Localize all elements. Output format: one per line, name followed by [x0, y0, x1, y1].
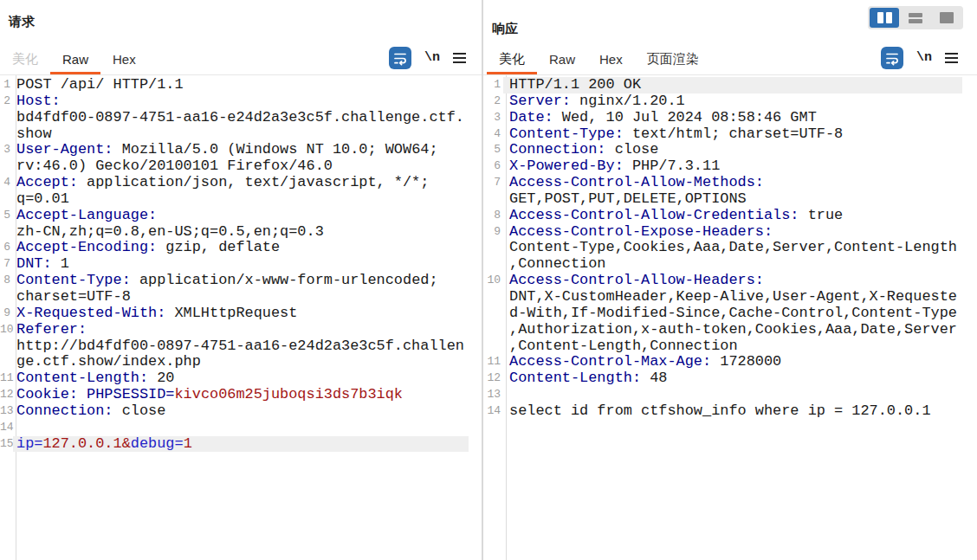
- line-number: 7: [483, 175, 503, 208]
- tab-render[interactable]: 页面渲染: [635, 46, 711, 74]
- layout-split-columns-button[interactable]: [870, 8, 899, 28]
- line-number: 3: [0, 142, 13, 175]
- tab-hex[interactable]: Hex: [587, 46, 635, 74]
- code-line-6: 6Accept-Encoding: gzip, deflate: [0, 240, 482, 256]
- line-content: Host: bd4fdf00-0897-4751-aa16-e24d2a3e3c…: [13, 93, 469, 143]
- line-content: X-Requested-With: XMLHttpRequest: [13, 306, 469, 322]
- request-editor[interactable]: 1POST /api/ HTTP/1.12Host: bd4fdf00-0897…: [0, 75, 482, 452]
- http-packet-viewer: 请求 美化RawHex \n: [0, 0, 977, 560]
- code-line-9: 9X-Requested-With: XMLHttpRequest: [0, 306, 482, 322]
- line-content: User-Agent: Mozilla/5.0 (Windows NT 10.0…: [13, 142, 469, 175]
- layout-single-pane-button[interactable]: [932, 8, 961, 28]
- line-content: Accept: application/json, text/javascrip…: [13, 175, 469, 208]
- line-content: Date: Wed, 10 Jul 2024 08:58:46 GMT: [503, 110, 962, 126]
- code-line-6: 6X-Powered-By: PHP/7.3.11: [483, 158, 977, 175]
- line-content: Content-Length: 48: [503, 370, 962, 387]
- code-line-5: 5Connection: close: [483, 142, 977, 158]
- code-line-7: 7DNT: 1: [0, 256, 482, 273]
- line-content: DNT: 1: [13, 256, 469, 273]
- line-number: 12: [0, 387, 13, 403]
- line-number: 8: [0, 273, 13, 306]
- line-number: 14: [0, 420, 13, 436]
- line-number: 2: [483, 93, 503, 110]
- code-line-2: 2Host: bd4fdf00-0897-4751-aa16-e24d2a3e3…: [0, 93, 482, 143]
- word-wrap-icon: [884, 50, 900, 66]
- tab-beautify[interactable]: 美化: [0, 46, 50, 74]
- code-line-15: 15ip=127.0.0.1&debug=1: [0, 436, 482, 453]
- request-header: 请求 美化RawHex \n: [0, 0, 482, 75]
- split-columns-icon: [877, 12, 883, 23]
- word-wrap-icon: [392, 50, 408, 66]
- response-editor[interactable]: 1HTTP/1.1 200 OK2Server: nginx/1.20.13Da…: [483, 75, 977, 420]
- newline-toggle[interactable]: \n: [916, 50, 932, 65]
- code-line-13: 13: [483, 387, 977, 403]
- word-wrap-button[interactable]: [389, 47, 411, 69]
- code-line-4: 4Content-Type: text/html; charset=UTF-8: [483, 126, 977, 143]
- code-line-10: 10Access-Control-Allow-Headers: DNT,X-Cu…: [483, 273, 977, 354]
- single-pane-icon: [940, 12, 954, 23]
- line-number: 14: [483, 403, 503, 420]
- code-line-11: 11Access-Control-Max-Age: 1728000: [483, 354, 977, 370]
- line-number: 8: [483, 208, 503, 224]
- request-tabbar: 美化RawHex \n: [0, 46, 482, 75]
- request-panel: 请求 美化RawHex \n: [0, 0, 482, 560]
- split-columns-icon: [886, 12, 892, 23]
- tab-beautify[interactable]: 美化: [487, 46, 537, 74]
- menu-icon[interactable]: [453, 51, 466, 65]
- line-number: 6: [483, 158, 503, 175]
- line-number: 3: [483, 110, 503, 126]
- line-number: 11: [0, 370, 13, 387]
- line-content: HTTP/1.1 200 OK: [503, 77, 962, 93]
- request-editor-wrap: 1POST /api/ HTTP/1.12Host: bd4fdf00-0897…: [0, 75, 482, 560]
- line-content: POST /api/ HTTP/1.1: [13, 77, 469, 93]
- newline-toggle[interactable]: \n: [424, 50, 440, 65]
- code-line-3: 3Date: Wed, 10 Jul 2024 08:58:46 GMT: [483, 110, 977, 126]
- line-content: Cookie: PHPSESSID=kivco06m25juboqsi3ds7b…: [13, 387, 469, 403]
- line-content: Access-Control-Allow-Headers: DNT,X-Cust…: [503, 273, 962, 354]
- line-number: 5: [0, 208, 13, 241]
- code-line-4: 4Accept: application/json, text/javascri…: [0, 175, 482, 208]
- code-line-3: 3User-Agent: Mozilla/5.0 (Windows NT 10.…: [0, 142, 482, 175]
- code-line-12: 12Content-Length: 48: [483, 370, 977, 387]
- line-number: 13: [483, 387, 503, 403]
- request-toolbar: \n: [389, 46, 466, 74]
- line-content: Connection: close: [13, 403, 469, 420]
- response-editor-wrap: 1HTTP/1.1 200 OK2Server: nginx/1.20.13Da…: [483, 75, 977, 560]
- word-wrap-button[interactable]: [881, 47, 903, 69]
- line-number: 15: [0, 436, 13, 453]
- line-content: X-Powered-By: PHP/7.3.11: [503, 158, 962, 175]
- code-line-1: 1POST /api/ HTTP/1.1: [0, 77, 482, 93]
- tab-raw[interactable]: Raw: [537, 46, 587, 74]
- code-line-1: 1HTTP/1.1 200 OK: [483, 77, 977, 93]
- tab-raw[interactable]: Raw: [50, 46, 100, 74]
- response-toolbar: \n: [881, 46, 958, 74]
- line-number: 9: [0, 306, 13, 322]
- line-content: [503, 387, 962, 403]
- line-content: Content-Length: 20: [13, 370, 469, 387]
- line-content: ip=127.0.0.1&debug=1: [13, 436, 469, 453]
- line-content: Server: nginx/1.20.1: [503, 93, 962, 110]
- line-content: Accept-Encoding: gzip, deflate: [13, 240, 469, 256]
- layout-switcher: [868, 6, 963, 29]
- line-number: 11: [483, 354, 503, 370]
- line-number: 1: [0, 77, 13, 93]
- layout-split-rows-button[interactable]: [901, 8, 930, 28]
- line-number: 7: [0, 256, 13, 273]
- line-content: Access-Control-Max-Age: 1728000: [503, 354, 962, 370]
- line-number: 13: [0, 403, 13, 420]
- line-content: Access-Control-Expose-Headers: Content-T…: [503, 224, 962, 274]
- code-line-13: 13Connection: close: [0, 403, 482, 420]
- tab-hex[interactable]: Hex: [100, 46, 148, 74]
- response-panel-title: 响应: [492, 21, 518, 37]
- line-content: Content-Type: text/html; charset=UTF-8: [503, 126, 962, 143]
- line-content: Referer: http://bd4fdf00-0897-4751-aa16-…: [13, 322, 469, 371]
- request-panel-title: 请求: [9, 14, 35, 30]
- line-content: Accept-Language: zh-CN,zh;q=0.8,en-US;q=…: [13, 208, 469, 241]
- line-number: 2: [0, 93, 13, 143]
- line-content: [13, 420, 469, 436]
- line-content: Access-Control-Allow-Credentials: true: [503, 208, 962, 224]
- menu-icon[interactable]: [945, 51, 958, 65]
- code-line-8: 8Content-Type: application/x-www-form-ur…: [0, 273, 482, 306]
- code-line-7: 7Access-Control-Allow-Methods: GET,POST,…: [483, 175, 977, 208]
- code-line-8: 8Access-Control-Allow-Credentials: true: [483, 208, 977, 224]
